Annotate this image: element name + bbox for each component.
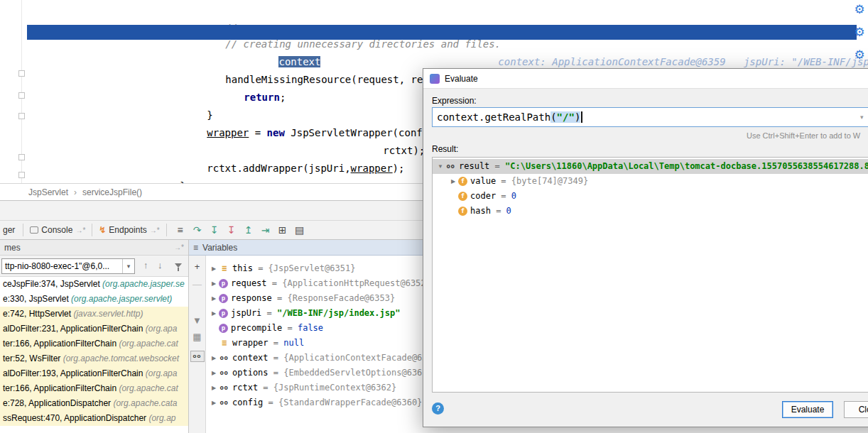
breadcrumb-separator: ›: [74, 187, 77, 197]
code-line: if (null == context.getResource(jspUri))…: [27, 25, 857, 40]
stack-frame-row[interactable]: e:742, HttpServlet (javax.servlet.http): [0, 307, 188, 322]
frame-location: alDoFilter:193, ApplicationFilterChain: [3, 368, 146, 378]
restore-layout-icon[interactable]: ⊞: [274, 224, 291, 236]
result-row[interactable]: ▶ f value = {byte[74]@7349}: [433, 174, 868, 189]
menu-icon[interactable]: ≡: [193, 240, 198, 256]
tab-endpoints[interactable]: ↯ Endpoints →*: [97, 225, 161, 235]
chevron-down-icon[interactable]: ▾: [860, 108, 864, 126]
close-button[interactable]: Close: [844, 401, 868, 418]
menu-icon[interactable]: ≡: [172, 224, 189, 236]
tab-endpoints-label: Endpoints: [109, 225, 146, 235]
frame-location: e:728, ApplicationDispatcher: [3, 398, 113, 408]
frame-location: alDoFilter:231, ApplicationFilterChain: [3, 324, 146, 334]
variable-name: request: [231, 276, 267, 291]
variable-value: {ApplicationContextFacade@6359}: [283, 351, 443, 366]
threads-view-icon[interactable]: ▤: [291, 224, 308, 236]
add-icon[interactable]: +: [195, 261, 200, 272]
variable-name: context: [232, 351, 268, 366]
copy-icon[interactable]: ▦: [192, 331, 201, 342]
result-label: Result:: [432, 144, 458, 154]
fold-marker-icon[interactable]: [18, 70, 25, 77]
tab-console[interactable]: Console →*: [28, 225, 87, 235]
expand-arrow-icon[interactable]: ▶: [209, 351, 219, 366]
stack-frame-row[interactable]: ter:52, WsFilter (org.apache.tomcat.webs…: [0, 351, 188, 366]
step-into-icon[interactable]: ↧: [206, 224, 223, 236]
stack-frame-row[interactable]: e:728, ApplicationDispatcher (org.apache…: [0, 396, 188, 411]
expand-arrow-icon[interactable]: ▶: [209, 395, 219, 410]
evaluate-button[interactable]: Evaluate: [782, 401, 833, 418]
variable-value: false: [298, 321, 323, 336]
variable-value: null: [283, 336, 304, 351]
force-step-into-icon[interactable]: ↧: [223, 224, 240, 236]
endpoints-icon: ↯: [99, 225, 106, 235]
step-over-icon[interactable]: ↷: [189, 224, 206, 236]
dialog-titlebar[interactable]: Evaluate: [423, 69, 868, 89]
expression-label: Expression:: [432, 96, 477, 106]
evaluate-dialog-icon: [430, 74, 440, 84]
stack-frame-row[interactable]: alDoFilter:231, ApplicationFilterChain (…: [0, 322, 188, 336]
variable-value: "/WEB-INF/jsp/index.jsp": [277, 306, 400, 321]
result-row[interactable]: f hash = 0: [433, 204, 868, 219]
equals-sign: =: [268, 351, 284, 366]
stack-frame-row[interactable]: e:330, JspServlet (org.apache.jasper.ser…: [0, 292, 188, 307]
chevron-down-icon[interactable]: ▾: [122, 259, 134, 273]
expand-arrow-icon[interactable]: ▶: [209, 276, 219, 291]
frame-package: (org.apa: [146, 324, 178, 334]
variable-value: {StandardWrapperFacade@6360}: [278, 395, 422, 410]
variable-name: wrapper: [232, 336, 268, 351]
expand-arrow-icon[interactable]: ▶: [209, 261, 219, 276]
frame-package: (org.ap: [148, 413, 175, 423]
fold-marker-icon[interactable]: [18, 154, 25, 160]
help-icon[interactable]: ?: [432, 402, 444, 415]
code-line: handleMissingResource(request, response,…: [27, 43, 857, 57]
stack-frame-row[interactable]: alDoFilter:193, ApplicationFilterChain (…: [0, 366, 188, 381]
gear-icon[interactable]: ⚙: [852, 25, 867, 40]
fold-marker-icon[interactable]: [18, 172, 25, 178]
step-out-icon[interactable]: ↥: [240, 224, 257, 236]
frame-location: ter:52, WsFilter: [3, 353, 63, 363]
expand-arrow-icon[interactable]: ▼: [435, 159, 445, 174]
stack-frames-list: ceJspFile:374, JspServlet (org.apache.ja…: [0, 277, 188, 433]
result-value: "C:\Users\11860\AppData\Local\Temp\tomca…: [505, 159, 868, 174]
breadcrumb-method[interactable]: serviceJspFile(): [82, 187, 142, 197]
dialog-title: Evaluate: [445, 74, 478, 84]
stack-frame-row[interactable]: ssRequest:470, ApplicationDispatcher (or…: [0, 411, 188, 426]
frame-location: e:742, HttpServlet: [3, 309, 73, 319]
filter-icon[interactable]: [175, 263, 182, 271]
toolbar-separator: [92, 224, 92, 236]
tab-debugger[interactable]: ger: [0, 225, 18, 235]
stack-frame-row[interactable]: ter:166, ApplicationFilterChain (org.apa…: [0, 336, 188, 351]
chevron-down-icon[interactable]: ▼: [192, 315, 202, 326]
expand-arrow-icon[interactable]: ▶: [209, 306, 219, 321]
fold-marker-icon[interactable]: [18, 92, 25, 99]
fold-marker-icon[interactable]: [18, 113, 25, 119]
expand-arrow-icon[interactable]: ▶: [448, 174, 458, 189]
tab-console-label: Console: [41, 225, 72, 235]
thread-selector[interactable]: ttp-nio-8080-exec-1"@6,0... ▾: [1, 258, 135, 274]
result-name: result: [459, 159, 489, 174]
stack-frame-row[interactable]: ceJspFile:374, JspServlet (org.apache.ja…: [0, 277, 188, 292]
frame-package: (javax.servlet.http): [73, 309, 143, 319]
frames-header-label: mes: [4, 243, 21, 253]
glasses-icon: oo: [219, 353, 229, 363]
gear-icon[interactable]: ⚙: [852, 48, 867, 62]
expression-segment: (: [550, 111, 556, 123]
equals-sign: =: [272, 291, 288, 306]
expand-arrow-icon[interactable]: ▶: [209, 291, 219, 306]
frame-down-icon[interactable]: ↓: [158, 260, 163, 270]
remove-icon[interactable]: —: [192, 279, 202, 290]
expression-input[interactable]: context.getRealPath("/") ▾: [432, 107, 868, 127]
result-tree[interactable]: ▼ oo result = "C:\Users\11860\AppData\Lo…: [432, 157, 868, 393]
run-to-cursor-icon[interactable]: ⇥: [257, 224, 274, 236]
expand-arrow-icon[interactable]: ▶: [209, 380, 219, 395]
breadcrumb-class[interactable]: JspServlet: [28, 187, 68, 197]
result-row[interactable]: f coder = 0: [433, 189, 868, 204]
equals-sign: =: [268, 336, 284, 351]
gear-icon[interactable]: ⚙: [852, 2, 867, 17]
frame-up-icon[interactable]: ↑: [143, 260, 148, 270]
result-row[interactable]: ▼ oo result = "C:\Users\11860\AppData\Lo…: [433, 159, 868, 174]
frame-package: (org.apache.cata: [113, 398, 177, 408]
glasses-icon[interactable]: oo: [190, 351, 205, 362]
expand-arrow-icon[interactable]: ▶: [209, 366, 219, 380]
stack-frame-row[interactable]: ter:166, ApplicationFilterChain (org.apa…: [0, 381, 188, 396]
